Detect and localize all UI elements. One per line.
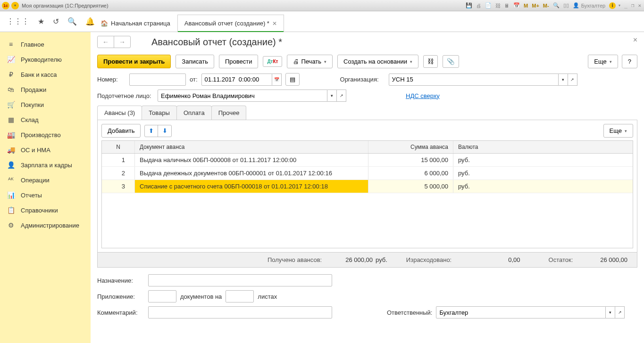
nav-forward-icon[interactable]: → bbox=[114, 36, 130, 48]
nav-buttons: ← → bbox=[97, 36, 131, 48]
apps-icon[interactable]: ⋮⋮⋮ bbox=[7, 17, 29, 26]
person-dropdown-icon[interactable]: ▾ bbox=[327, 90, 337, 102]
responsible-open-icon[interactable]: ↗ bbox=[615, 306, 625, 318]
tab-goods[interactable]: Товары bbox=[142, 106, 177, 120]
attach-docs-label: документов на bbox=[180, 293, 222, 300]
save-button[interactable]: Записать bbox=[176, 55, 214, 68]
sidebar-item-main[interactable]: ≡Главное bbox=[0, 37, 91, 52]
tab-advances[interactable]: Авансы (3) bbox=[97, 106, 142, 120]
move-down-icon[interactable]: ⬇ bbox=[158, 125, 171, 137]
table-row[interactable]: 1 Выдача наличных 00БП-000008 от 01.11.2… bbox=[102, 154, 633, 167]
tab-other[interactable]: Прочее bbox=[211, 106, 247, 120]
sidebar-item-directories[interactable]: 📋Справочники bbox=[0, 203, 91, 218]
toolbar-row: ⋮⋮⋮ ★ ↺ 🔍 🔔 🏠 Начальная страница Авансов… bbox=[0, 11, 644, 32]
structure-button[interactable]: ⛓ bbox=[423, 55, 438, 68]
responsible-label: Ответственный: bbox=[387, 309, 432, 316]
panels-icon[interactable]: ▯▯ bbox=[562, 2, 570, 8]
menu-icon: ≡ bbox=[7, 41, 15, 48]
responsible-dropdown-icon[interactable]: ▾ bbox=[606, 306, 615, 318]
grid-icon: ▦ bbox=[7, 116, 15, 123]
calendar-icon[interactable]: 📅 bbox=[512, 2, 521, 8]
tab-active-document[interactable]: Авансовый отчет (создание) * ✕ bbox=[177, 15, 284, 32]
purpose-field[interactable] bbox=[148, 274, 332, 286]
org-label: Организация: bbox=[340, 76, 385, 83]
sidebar-item-manager[interactable]: 📈Руководителю bbox=[0, 52, 91, 67]
compare-icon[interactable]: ⛓ bbox=[494, 3, 502, 8]
sidebar-item-hr[interactable]: 👤Зарплата и кадры bbox=[0, 157, 91, 172]
favorite-icon[interactable]: ★ bbox=[38, 17, 44, 26]
user-menu[interactable]: 👤 Бухгалтер bbox=[572, 2, 607, 8]
received-value: 26 000,00 bbox=[345, 256, 373, 263]
m-plus-button[interactable]: M+ bbox=[531, 3, 540, 8]
info-dropdown-icon[interactable]: ▾ bbox=[618, 3, 621, 8]
sidebar-item-assets[interactable]: 🚚ОС и НМА bbox=[0, 142, 91, 157]
app-menu-icon[interactable]: ▾ bbox=[11, 2, 19, 9]
comment-field[interactable] bbox=[148, 306, 332, 318]
sidebar-item-operations[interactable]: ᴬᴷОперации bbox=[0, 172, 91, 188]
date-field[interactable] bbox=[201, 74, 272, 86]
number-field[interactable] bbox=[129, 74, 186, 86]
col-doc[interactable]: Документ аванса bbox=[135, 141, 368, 153]
calendar-picker-icon[interactable]: 📅 bbox=[272, 74, 282, 86]
print-icon[interactable]: 🖨 bbox=[475, 3, 482, 8]
sidebar-item-production[interactable]: 🏭Производство bbox=[0, 127, 91, 142]
create-basis-button[interactable]: Создать на основании▾ bbox=[337, 55, 418, 68]
sidebar-item-admin[interactable]: ⚙Администрирование bbox=[0, 218, 91, 233]
panel-more-button[interactable]: Еще▾ bbox=[603, 124, 633, 138]
nav-back-icon[interactable]: ← bbox=[98, 36, 114, 48]
col-cur[interactable]: Валюта bbox=[453, 141, 633, 153]
help-button[interactable]: ? bbox=[622, 55, 637, 68]
person-open-icon[interactable]: ↗ bbox=[337, 90, 346, 102]
zoom-icon[interactable]: 🔍 bbox=[552, 2, 560, 8]
dtkt-icon: ᴬᴷ bbox=[7, 176, 15, 184]
person-field[interactable] bbox=[158, 90, 327, 102]
sidebar-item-warehouse[interactable]: ▦Склад bbox=[0, 112, 91, 127]
tab-home[interactable]: 🏠 Начальная страница bbox=[93, 15, 177, 32]
org-dropdown-icon[interactable]: ▾ bbox=[559, 74, 568, 86]
info-icon[interactable]: i bbox=[609, 2, 616, 9]
app-logo-icon: 1c bbox=[2, 2, 9, 9]
tab-close-icon[interactable]: ✕ bbox=[272, 20, 277, 27]
post-button[interactable]: Провести bbox=[219, 55, 259, 68]
attach-sheets-field[interactable] bbox=[226, 290, 254, 302]
col-n[interactable]: N bbox=[102, 141, 135, 153]
minimize-icon[interactable]: _ bbox=[623, 2, 628, 8]
restore-icon[interactable]: ❐ bbox=[630, 2, 636, 8]
attach-docs-field[interactable] bbox=[148, 290, 176, 302]
table-row[interactable]: 2 Выдача денежных документов 00БП-000001… bbox=[102, 167, 633, 180]
more-button[interactable]: Еще▾ bbox=[588, 55, 618, 68]
org-field[interactable] bbox=[389, 74, 559, 86]
add-button[interactable]: Добавить bbox=[101, 124, 141, 138]
move-up-icon[interactable]: ⬆ bbox=[145, 125, 158, 137]
m-button[interactable]: M bbox=[523, 3, 529, 8]
copy-icon[interactable]: 📄 bbox=[484, 2, 493, 8]
col-sum[interactable]: Сумма аванса bbox=[368, 141, 453, 153]
post-close-button[interactable]: Провести и закрыть bbox=[97, 55, 171, 68]
dtkt-button[interactable]: ДтКт bbox=[263, 56, 282, 67]
print-button[interactable]: 🖨Печать▾ bbox=[287, 55, 333, 68]
sidebar-item-reports[interactable]: 📊Отчеты bbox=[0, 188, 91, 203]
responsible-field[interactable] bbox=[436, 306, 606, 318]
sidebar-item-sales[interactable]: 🛍Продажи bbox=[0, 82, 91, 97]
close-window-icon[interactable]: ✕ bbox=[637, 2, 642, 8]
received-label: Получено авансов: bbox=[268, 256, 322, 263]
sidebar: ≡Главное 📈Руководителю ₽Банк и касса 🛍Пр… bbox=[0, 32, 91, 343]
save-icon[interactable]: 💾 bbox=[465, 2, 473, 8]
sidebar-item-purchases[interactable]: 🛒Покупки bbox=[0, 97, 91, 112]
calc-icon[interactable]: 🖩 bbox=[503, 3, 510, 8]
date-extra-button[interactable]: ▤ bbox=[285, 73, 300, 86]
person-label: Подотчетное лицо: bbox=[97, 92, 154, 99]
gear-icon: ⚙ bbox=[7, 221, 15, 229]
history-icon[interactable]: ↺ bbox=[53, 17, 59, 26]
totals-bar: Получено авансов: 26 000,00 руб. Израсхо… bbox=[97, 253, 637, 268]
attachment-button[interactable]: 📎 bbox=[443, 55, 459, 68]
nds-link[interactable]: НДС сверху bbox=[406, 92, 440, 99]
m-minus-button[interactable]: M- bbox=[542, 3, 550, 8]
truck-icon: 🚚 bbox=[7, 146, 15, 154]
close-icon[interactable]: × bbox=[633, 36, 637, 44]
org-open-icon[interactable]: ↗ bbox=[568, 74, 577, 86]
sidebar-item-bank[interactable]: ₽Банк и касса bbox=[0, 67, 91, 82]
search-icon[interactable]: 🔍 bbox=[67, 17, 77, 26]
table-row-selected[interactable]: 3 Списание с расчетного счета 00БП-00001… bbox=[102, 180, 633, 193]
tab-payment[interactable]: Оплата bbox=[176, 106, 212, 120]
